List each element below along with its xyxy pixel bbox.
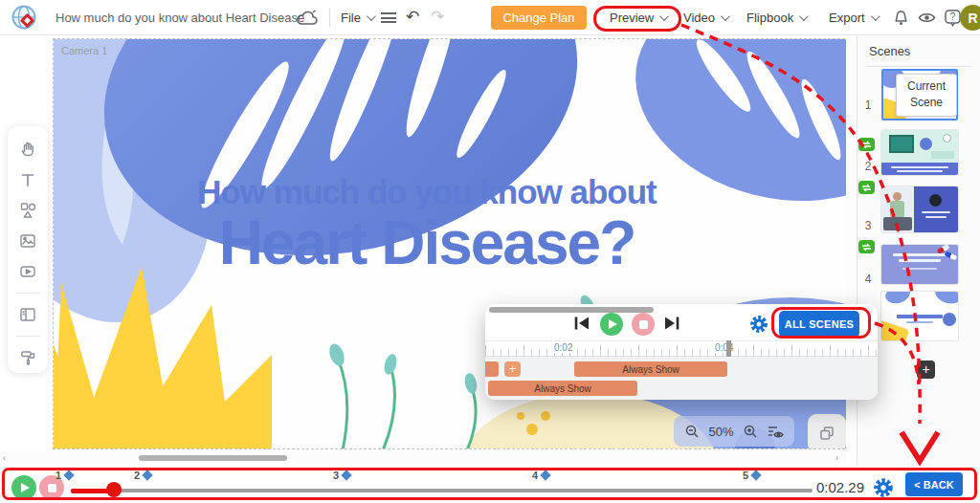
chevron-down-icon: [367, 11, 376, 21]
marker-number: 3: [333, 470, 339, 481]
app-window: How much do you know about Heart Disease…: [0, 0, 980, 503]
redo-button[interactable]: ↷: [431, 5, 444, 30]
zoom-in-icon[interactable]: [743, 424, 758, 439]
current-scene-tooltip: Current Scene: [896, 74, 957, 117]
bottom-scrub-bar: 1 2 3 4 5 0:02.29 < BACK: [0, 466, 980, 503]
scene-marker-5[interactable]: 5: [743, 470, 760, 481]
menu-flipbook[interactable]: Flipbook: [746, 0, 806, 35]
scene-transition-button[interactable]: [858, 181, 875, 194]
player-timeline-ruler[interactable]: 0:02 0:04: [485, 340, 878, 357]
track-bar[interactable]: Always Show: [488, 381, 637, 396]
player-tracks: + Always Show Always Show: [485, 357, 878, 400]
menu-export-label: Export: [829, 11, 865, 25]
undo-button[interactable]: ↶: [406, 5, 419, 30]
scene-marker-1[interactable]: 1: [56, 470, 73, 481]
scene-marker-4[interactable]: 4: [532, 470, 549, 481]
change-plan-button[interactable]: Change Plan: [491, 6, 587, 30]
menu-export[interactable]: Export: [829, 0, 878, 35]
chevron-down-icon: [871, 11, 880, 21]
track-bar-partial[interactable]: [485, 361, 499, 377]
track-row: + Always Show: [485, 361, 878, 377]
hand-icon: [18, 140, 37, 159]
back-button[interactable]: < BACK: [905, 472, 963, 496]
play-button[interactable]: [11, 475, 36, 500]
canvas-zoom-control: 50%: [674, 416, 794, 447]
scrub-playhead-handle[interactable]: [106, 482, 122, 497]
all-scenes-button[interactable]: ALL SCENES: [779, 311, 859, 338]
notifications-bell-icon[interactable]: [893, 10, 909, 27]
scrollbar-thumb[interactable]: [139, 455, 287, 461]
shapes-icon: [18, 201, 37, 220]
add-track-item-button[interactable]: +: [504, 361, 521, 377]
scenes-sidebar: Scenes 1 Current Scene: [857, 35, 980, 466]
scene-marker-2[interactable]: 2: [134, 470, 151, 481]
quick-preview-icon[interactable]: [767, 424, 784, 439]
horizontal-scrollbar[interactable]: ‹ ›: [0, 451, 846, 464]
scroll-left-icon[interactable]: ‹: [3, 453, 6, 463]
ruler-time-label: 0:02: [552, 342, 574, 353]
app-logo-icon[interactable]: [11, 4, 39, 33]
toolbar-divider: [329, 8, 330, 27]
zoom-out-icon[interactable]: [684, 424, 700, 439]
scene-thumbnail-4[interactable]: [881, 245, 958, 284]
scene-number-3: 3: [861, 219, 875, 232]
scene-marker-3[interactable]: 3: [333, 470, 350, 481]
timeline-settings-gear-icon[interactable]: [873, 477, 894, 498]
pan-hand-tool[interactable]: [8, 134, 48, 164]
ruler-ticks: [485, 350, 878, 356]
copy-icon: [818, 425, 835, 442]
preview-player-panel: ALL SCENES 0:02 0:04 + Always Show Alway…: [485, 304, 878, 400]
menu-file-label: File: [341, 11, 361, 25]
stop-button[interactable]: [632, 313, 655, 336]
chevron-down-icon: [721, 11, 730, 21]
divider: [866, 66, 971, 67]
scroll-right-icon[interactable]: ›: [835, 453, 838, 463]
video-icon: [18, 262, 37, 281]
hamburger-menu-icon[interactable]: [381, 12, 396, 23]
cloud-sync-icon[interactable]: [296, 10, 318, 26]
zoom-level-value[interactable]: 50%: [708, 425, 733, 439]
menu-video[interactable]: Video: [683, 0, 727, 35]
layout-tool[interactable]: [8, 299, 48, 330]
playhead-handle[interactable]: [726, 340, 731, 358]
text-tool[interactable]: [8, 164, 48, 195]
player-scrollbar-thumb[interactable]: [489, 307, 654, 313]
slide-title-line2[interactable]: Heart Disease?: [54, 208, 800, 278]
diamond-marker-icon: [750, 470, 761, 480]
next-frame-button[interactable]: [663, 316, 680, 331]
play-button[interactable]: [600, 313, 623, 336]
scene-thumbnail-3[interactable]: [881, 186, 958, 232]
paint-roller-icon: [18, 348, 37, 367]
scene-transition-button[interactable]: [858, 138, 875, 151]
camera-label: Camera 1: [61, 45, 107, 56]
user-avatar[interactable]: R: [960, 5, 980, 31]
eye-icon[interactable]: [918, 11, 936, 24]
duplicate-scene-button[interactable]: [808, 414, 846, 449]
scene-thumbnail-5[interactable]: [881, 292, 958, 340]
previous-frame-button[interactable]: [573, 316, 590, 331]
scene-number-4: 4: [861, 273, 875, 286]
svg-text:?: ?: [950, 11, 956, 22]
player-settings-gear-icon[interactable]: [749, 315, 768, 334]
track-row: Always Show: [485, 381, 878, 396]
menu-file[interactable]: File: [341, 0, 373, 35]
scene-thumbnail-2[interactable]: [881, 130, 958, 175]
shapes-tool[interactable]: [8, 195, 48, 226]
tool-divider: [15, 293, 40, 294]
scrub-track[interactable]: [71, 489, 813, 492]
background-tool[interactable]: [8, 342, 48, 373]
image-icon: [18, 231, 37, 251]
menu-video-label: Video: [683, 11, 715, 25]
stop-icon: [48, 484, 56, 492]
layout-icon: [18, 305, 37, 324]
document-title[interactable]: How much do you know about Heart Disease: [56, 0, 304, 35]
scene-transition-button[interactable]: [858, 240, 875, 253]
slide-title-line1[interactable]: How much do you know about: [54, 173, 800, 211]
video-tool[interactable]: [8, 256, 48, 287]
image-tool[interactable]: [8, 226, 48, 256]
diamond-marker-icon: [540, 470, 550, 480]
add-scene-button[interactable]: +: [917, 361, 935, 379]
menu-flipbook-label: Flipbook: [746, 11, 793, 25]
menu-preview[interactable]: Preview: [610, 0, 666, 35]
track-bar[interactable]: Always Show: [574, 361, 727, 377]
